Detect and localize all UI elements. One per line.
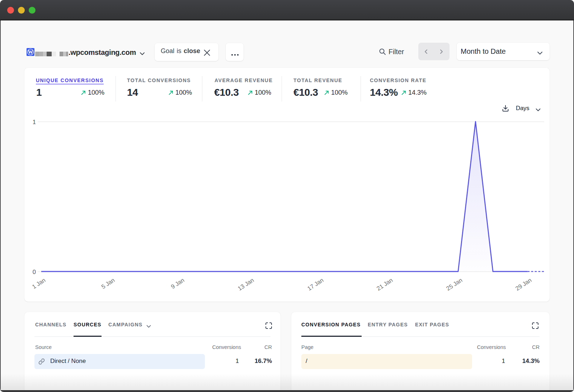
svg-text:W: W: [28, 49, 33, 55]
